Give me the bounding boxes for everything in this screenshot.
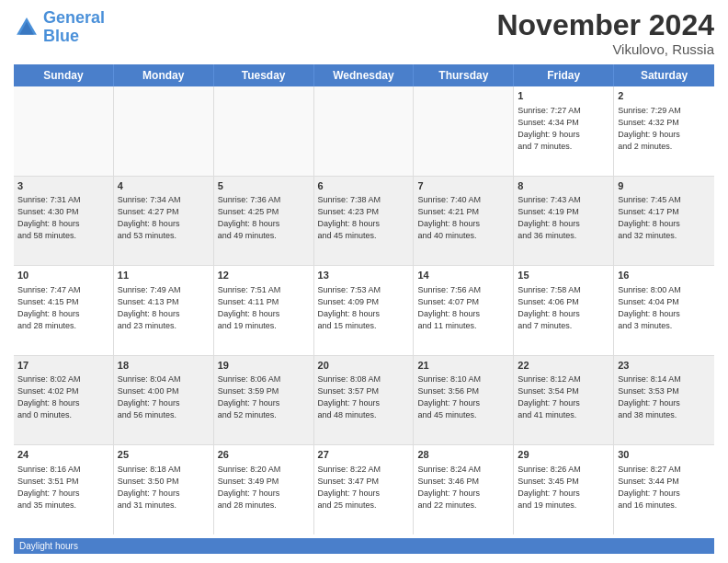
day-cell-5: 5Sunrise: 7:36 AM Sunset: 4:25 PM Daylig… <box>214 177 314 266</box>
day-cell-30: 30Sunrise: 8:27 AM Sunset: 3:44 PM Dayli… <box>614 445 714 534</box>
footer-bar: Daylight hours <box>14 538 714 554</box>
day-cell-11: 11Sunrise: 7:49 AM Sunset: 4:13 PM Dayli… <box>114 266 214 355</box>
day-number: 21 <box>417 359 509 373</box>
location: Vikulovo, Russia <box>496 41 714 57</box>
day-cell-10: 10Sunrise: 7:47 AM Sunset: 4:15 PM Dayli… <box>14 266 114 355</box>
day-number: 20 <box>318 359 410 373</box>
day-cell-23: 23Sunrise: 8:14 AM Sunset: 3:53 PM Dayli… <box>614 356 714 445</box>
day-cell-25: 25Sunrise: 8:18 AM Sunset: 3:50 PM Dayli… <box>114 445 214 534</box>
page: General Blue November 2024 Vikulovo, Rus… <box>0 0 728 563</box>
day-cell-26: 26Sunrise: 8:20 AM Sunset: 3:49 PM Dayli… <box>214 445 314 534</box>
day-cell-19: 19Sunrise: 8:06 AM Sunset: 3:59 PM Dayli… <box>214 356 314 445</box>
calendar-header: SundayMondayTuesdayWednesdayThursdayFrid… <box>14 64 714 86</box>
day-number: 7 <box>417 179 509 193</box>
day-cell-20: 20Sunrise: 8:08 AM Sunset: 3:57 PM Dayli… <box>314 356 415 445</box>
footer-text: Daylight hours <box>19 541 78 551</box>
header-cell-monday: Monday <box>114 64 214 86</box>
day-info: Sunrise: 7:45 AM Sunset: 4:17 PM Dayligh… <box>618 194 711 242</box>
week-row-2: 3Sunrise: 7:31 AM Sunset: 4:30 PM Daylig… <box>14 177 714 267</box>
day-number: 25 <box>118 448 210 462</box>
day-cell-24: 24Sunrise: 8:16 AM Sunset: 3:51 PM Dayli… <box>14 445 114 534</box>
day-cell-4: 4Sunrise: 7:34 AM Sunset: 4:27 PM Daylig… <box>114 177 214 266</box>
day-number: 6 <box>318 179 410 193</box>
day-number: 13 <box>318 269 410 282</box>
day-number: 23 <box>618 359 711 373</box>
day-number: 29 <box>518 448 609 462</box>
day-number: 4 <box>118 179 210 193</box>
day-number: 22 <box>518 359 609 373</box>
empty-cell <box>314 86 415 176</box>
day-info: Sunrise: 8:22 AM Sunset: 3:47 PM Dayligh… <box>318 464 410 511</box>
day-number: 18 <box>118 359 210 373</box>
day-cell-3: 3Sunrise: 7:31 AM Sunset: 4:30 PM Daylig… <box>14 177 114 266</box>
day-cell-2: 2Sunrise: 7:29 AM Sunset: 4:32 PM Daylig… <box>614 86 714 176</box>
header-cell-tuesday: Tuesday <box>214 64 314 86</box>
header-cell-sunday: Sunday <box>14 64 114 86</box>
day-number: 28 <box>417 448 509 462</box>
day-cell-7: 7Sunrise: 7:40 AM Sunset: 4:21 PM Daylig… <box>414 177 514 266</box>
header-cell-friday: Friday <box>514 64 614 86</box>
header-cell-wednesday: Wednesday <box>314 64 415 86</box>
day-info: Sunrise: 8:12 AM Sunset: 3:54 PM Dayligh… <box>518 373 609 421</box>
day-cell-8: 8Sunrise: 7:43 AM Sunset: 4:19 PM Daylig… <box>514 177 614 266</box>
day-info: Sunrise: 8:04 AM Sunset: 4:00 PM Dayligh… <box>118 373 210 421</box>
day-number: 27 <box>318 448 410 462</box>
day-info: Sunrise: 7:38 AM Sunset: 4:23 PM Dayligh… <box>318 194 410 242</box>
empty-cell <box>114 86 214 176</box>
day-info: Sunrise: 7:27 AM Sunset: 4:34 PM Dayligh… <box>518 105 609 153</box>
day-number: 2 <box>618 89 711 103</box>
day-info: Sunrise: 7:47 AM Sunset: 4:15 PM Dayligh… <box>17 284 109 332</box>
day-info: Sunrise: 8:02 AM Sunset: 4:02 PM Dayligh… <box>17 373 109 421</box>
day-info: Sunrise: 7:36 AM Sunset: 4:25 PM Dayligh… <box>218 194 310 242</box>
day-cell-14: 14Sunrise: 7:56 AM Sunset: 4:07 PM Dayli… <box>414 266 514 355</box>
empty-cell <box>214 86 314 176</box>
day-info: Sunrise: 7:40 AM Sunset: 4:21 PM Dayligh… <box>417 194 509 242</box>
day-info: Sunrise: 7:51 AM Sunset: 4:11 PM Dayligh… <box>218 284 310 332</box>
day-info: Sunrise: 7:53 AM Sunset: 4:09 PM Dayligh… <box>318 284 410 332</box>
day-cell-22: 22Sunrise: 8:12 AM Sunset: 3:54 PM Dayli… <box>514 356 614 445</box>
day-number: 16 <box>618 269 711 282</box>
day-cell-18: 18Sunrise: 8:04 AM Sunset: 4:00 PM Dayli… <box>114 356 214 445</box>
day-info: Sunrise: 8:24 AM Sunset: 3:46 PM Dayligh… <box>417 464 509 511</box>
day-cell-6: 6Sunrise: 7:38 AM Sunset: 4:23 PM Daylig… <box>314 177 415 266</box>
header-cell-saturday: Saturday <box>614 64 714 86</box>
day-info: Sunrise: 7:29 AM Sunset: 4:32 PM Dayligh… <box>618 105 711 153</box>
day-number: 26 <box>218 448 310 462</box>
day-number: 14 <box>417 269 509 282</box>
day-number: 12 <box>218 269 310 282</box>
month-title: November 2024 <box>496 9 714 41</box>
day-number: 5 <box>218 179 310 193</box>
day-number: 15 <box>518 269 609 282</box>
calendar-body: 1Sunrise: 7:27 AM Sunset: 4:34 PM Daylig… <box>14 86 714 534</box>
logo: General Blue <box>14 9 105 46</box>
day-number: 3 <box>17 179 109 193</box>
day-number: 1 <box>518 89 609 103</box>
day-info: Sunrise: 7:34 AM Sunset: 4:27 PM Dayligh… <box>118 194 210 242</box>
day-cell-17: 17Sunrise: 8:02 AM Sunset: 4:02 PM Dayli… <box>14 356 114 445</box>
day-info: Sunrise: 8:06 AM Sunset: 3:59 PM Dayligh… <box>218 373 310 421</box>
day-info: Sunrise: 8:18 AM Sunset: 3:50 PM Dayligh… <box>118 464 210 511</box>
calendar: SundayMondayTuesdayWednesdayThursdayFrid… <box>14 64 714 534</box>
day-info: Sunrise: 7:58 AM Sunset: 4:06 PM Dayligh… <box>518 284 609 332</box>
day-number: 11 <box>118 269 210 282</box>
header-cell-thursday: Thursday <box>414 64 514 86</box>
week-row-5: 24Sunrise: 8:16 AM Sunset: 3:51 PM Dayli… <box>14 445 714 534</box>
day-info: Sunrise: 8:08 AM Sunset: 3:57 PM Dayligh… <box>318 373 410 421</box>
day-info: Sunrise: 8:16 AM Sunset: 3:51 PM Dayligh… <box>17 464 109 511</box>
day-info: Sunrise: 8:26 AM Sunset: 3:45 PM Dayligh… <box>518 464 609 511</box>
day-cell-1: 1Sunrise: 7:27 AM Sunset: 4:34 PM Daylig… <box>514 86 614 176</box>
day-number: 8 <box>518 179 609 193</box>
day-info: Sunrise: 8:00 AM Sunset: 4:04 PM Dayligh… <box>618 284 711 332</box>
day-cell-9: 9Sunrise: 7:45 AM Sunset: 4:17 PM Daylig… <box>614 177 714 266</box>
logo-icon <box>14 15 40 40</box>
day-info: Sunrise: 7:43 AM Sunset: 4:19 PM Dayligh… <box>518 194 609 242</box>
day-info: Sunrise: 8:14 AM Sunset: 3:53 PM Dayligh… <box>618 373 711 421</box>
week-row-4: 17Sunrise: 8:02 AM Sunset: 4:02 PM Dayli… <box>14 356 714 446</box>
day-info: Sunrise: 7:56 AM Sunset: 4:07 PM Dayligh… <box>417 284 509 332</box>
day-info: Sunrise: 8:20 AM Sunset: 3:49 PM Dayligh… <box>218 464 310 511</box>
day-number: 19 <box>218 359 310 373</box>
day-cell-12: 12Sunrise: 7:51 AM Sunset: 4:11 PM Dayli… <box>214 266 314 355</box>
day-info: Sunrise: 8:27 AM Sunset: 3:44 PM Dayligh… <box>618 464 711 511</box>
day-number: 30 <box>618 448 711 462</box>
header: General Blue November 2024 Vikulovo, Rus… <box>14 9 714 57</box>
